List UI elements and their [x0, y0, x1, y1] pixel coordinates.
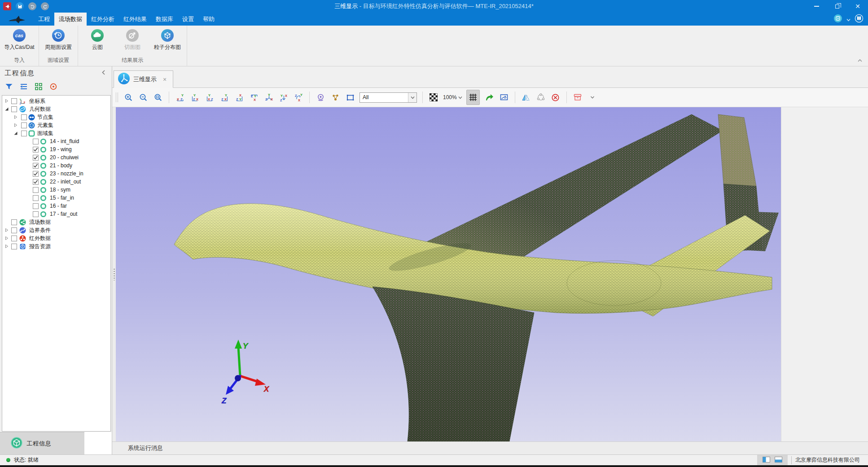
- mirror-icon[interactable]: [521, 92, 531, 103]
- tree-checkbox[interactable]: [11, 219, 17, 225]
- ribbon-button-periodic-face[interactable]: 周期面设置: [41, 28, 76, 51]
- tree-checkbox[interactable]: [21, 114, 27, 120]
- tree-checkbox[interactable]: [33, 195, 39, 201]
- tree-item[interactable]: 元素集: [2, 121, 110, 129]
- ribbon-button-contour-cloud[interactable]: 云图: [80, 28, 115, 51]
- panel-splitter[interactable]: [112, 107, 116, 441]
- expander-closed-icon[interactable]: [5, 244, 9, 249]
- help-manual-icon[interactable]: [855, 14, 864, 25]
- tree-item[interactable]: 16 - far: [2, 202, 110, 210]
- tree-item[interactable]: 流场数据: [2, 218, 110, 226]
- tree-item[interactable]: 17 - far_out: [2, 210, 110, 218]
- project-info-footer-tab[interactable]: 工程信息: [0, 432, 84, 454]
- tree-item[interactable]: 23 - nozzle_in: [2, 170, 110, 178]
- tree-checkbox[interactable]: [11, 98, 17, 104]
- zoom-in-icon[interactable]: [123, 92, 134, 103]
- dropdown-caret-icon[interactable]: [846, 15, 850, 23]
- view-front-icon[interactable]: XZY: [175, 92, 185, 103]
- expander-open-icon[interactable]: [5, 107, 9, 111]
- tree-checkbox[interactable]: [33, 211, 39, 217]
- tree-checkbox[interactable]: [11, 227, 17, 233]
- expander-closed-icon[interactable]: [14, 115, 18, 119]
- toolbar-grip[interactable]: [116, 92, 118, 102]
- tree-item[interactable]: 21 - body: [2, 161, 110, 170]
- tree-checkbox[interactable]: [33, 203, 39, 209]
- tree-checkbox[interactable]: [33, 179, 39, 185]
- tree-item[interactable]: 报告资源: [2, 242, 110, 250]
- expander-open-icon[interactable]: [14, 131, 18, 135]
- display-filter-combo[interactable]: All: [359, 92, 417, 103]
- quick-panel-icon[interactable]: [833, 14, 842, 25]
- menu-tab-4[interactable]: 红外结果: [119, 13, 151, 26]
- tree-item[interactable]: 22 - inlet_out: [2, 178, 110, 186]
- camera-icon[interactable]: [315, 92, 326, 103]
- left-panel-toggle-icon[interactable]: [763, 457, 770, 464]
- tree-checkbox[interactable]: [21, 131, 27, 136]
- opacity-checker-icon[interactable]: [428, 92, 439, 103]
- save-icon[interactable]: [16, 2, 24, 10]
- bottom-panel-toggle-icon[interactable]: [775, 457, 782, 464]
- tree-checkbox[interactable]: [21, 122, 27, 128]
- tree-item[interactable]: 20 - chuiwei: [2, 153, 110, 161]
- tree-checkbox[interactable]: [11, 106, 17, 112]
- export-arrow-icon[interactable]: [484, 92, 495, 103]
- tree-checkbox[interactable]: [11, 236, 17, 241]
- expander-closed-icon[interactable]: [5, 236, 9, 240]
- view-top-icon[interactable]: ZYX: [234, 92, 245, 103]
- menu-tab-3[interactable]: 红外分析: [87, 13, 119, 26]
- group-grid-icon[interactable]: [34, 82, 43, 93]
- tree-item[interactable]: 节点集: [2, 113, 110, 121]
- mesh-grid-icon[interactable]: [466, 90, 480, 105]
- view-left-icon[interactable]: XZY: [204, 92, 215, 103]
- zoom-out-icon[interactable]: [138, 92, 149, 103]
- tab-3d-display[interactable]: 三维显示 ×: [114, 70, 173, 88]
- tree-item[interactable]: 14 - int_fluid: [2, 137, 110, 145]
- menu-tab-5[interactable]: 数据库: [151, 13, 178, 26]
- tree-checkbox[interactable]: [11, 244, 17, 249]
- view-iso-down-icon[interactable]: YXZ: [278, 92, 289, 103]
- view-iso-front-icon[interactable]: YZX: [263, 92, 274, 103]
- molecule-icon[interactable]: [330, 92, 341, 103]
- tree-item[interactable]: 18 - sym: [2, 186, 110, 194]
- ribbon-button-cas-import[interactable]: cas导入Cas/Dat: [2, 28, 37, 51]
- menu-tab-6[interactable]: 设置: [178, 13, 198, 26]
- more-dropdown-icon[interactable]: [587, 92, 598, 103]
- tree-item[interactable]: 边界条件: [2, 226, 110, 234]
- expander-closed-icon[interactable]: [14, 123, 18, 127]
- filter-icon[interactable]: [4, 82, 13, 93]
- ribbon-button-particle-distribution[interactable]: 粒子分布图: [150, 28, 185, 51]
- close-button[interactable]: ✕: [847, 0, 868, 13]
- tree-checkbox[interactable]: [33, 163, 39, 169]
- menu-tab-1[interactable]: 工程: [34, 13, 54, 26]
- snapshot-icon[interactable]: [499, 92, 509, 103]
- viewport-3d[interactable]: Y X Z: [116, 107, 781, 441]
- tree-checkbox[interactable]: [33, 155, 39, 161]
- redo-icon[interactable]: [41, 2, 49, 10]
- tree-checkbox[interactable]: [33, 139, 39, 144]
- tree-checkbox[interactable]: [33, 147, 39, 153]
- rect-select-icon[interactable]: [345, 92, 355, 103]
- expander-closed-icon[interactable]: [5, 99, 9, 103]
- menu-tab-2[interactable]: 流场数据: [54, 13, 87, 26]
- zoom-level-dropdown[interactable]: 100%: [443, 94, 462, 100]
- menu-tab-7[interactable]: 帮助: [198, 13, 219, 26]
- locate-icon[interactable]: [49, 82, 58, 93]
- tree-checkbox[interactable]: [33, 187, 39, 193]
- restore-button[interactable]: [827, 0, 847, 13]
- tree-item[interactable]: YXZ坐标系: [2, 97, 110, 105]
- tree-item[interactable]: 19 - wing: [2, 145, 110, 153]
- zoom-fit-icon[interactable]: [153, 92, 163, 103]
- tree-item[interactable]: 面域集: [2, 129, 110, 137]
- app-logo-icon[interactable]: [3, 2, 11, 10]
- view-iso-rotate-icon[interactable]: ZXY: [293, 92, 304, 103]
- ribbon-collapse-icon[interactable]: [857, 56, 863, 64]
- nodes-circle-icon[interactable]: [535, 92, 546, 103]
- tree-item[interactable]: 15 - far_in: [2, 194, 110, 202]
- tree-item[interactable]: 红外数据: [2, 234, 110, 242]
- tab-close-icon[interactable]: ×: [160, 76, 167, 83]
- view-back-icon[interactable]: ZXY: [189, 92, 200, 103]
- view-bottom-icon[interactable]: ZYX: [249, 92, 259, 103]
- outline-list-icon[interactable]: [19, 82, 28, 93]
- panel-collapse-icon[interactable]: [101, 69, 105, 77]
- tree-item[interactable]: 几何数据: [2, 105, 110, 113]
